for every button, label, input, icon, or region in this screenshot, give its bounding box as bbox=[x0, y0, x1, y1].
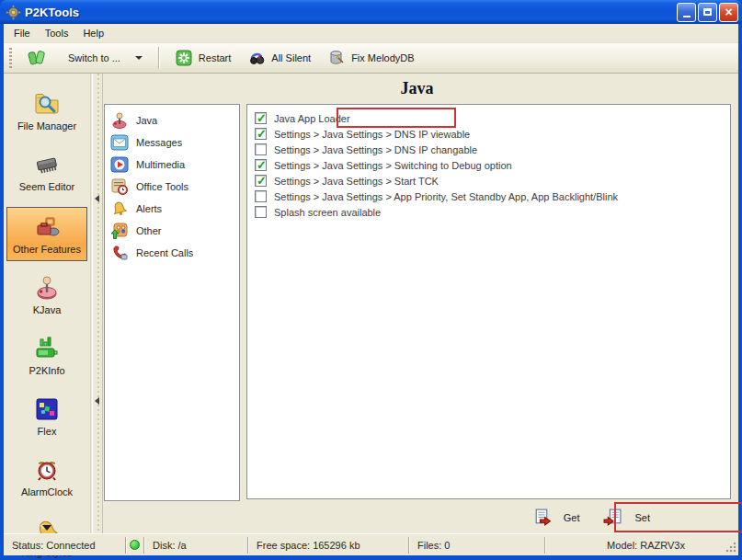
resize-grip[interactable] bbox=[725, 542, 736, 553]
category-label: Java bbox=[136, 115, 157, 126]
sidebar-item-seem-editor[interactable]: Seem Editor bbox=[16, 146, 79, 197]
get-button[interactable]: Get bbox=[532, 508, 580, 527]
folder-search-icon bbox=[33, 90, 61, 118]
option-row: Settings > Java Settings > DNS IP changa… bbox=[247, 142, 730, 157]
set-button[interactable]: Set bbox=[603, 508, 650, 527]
option-label: Splash screen available bbox=[274, 207, 381, 218]
app-icon bbox=[6, 5, 21, 20]
all-silent-button[interactable]: All Silent bbox=[239, 45, 319, 71]
maximize-button[interactable] bbox=[698, 3, 717, 22]
statusbar: Status: Connected Disk: /a Free space: 1… bbox=[4, 533, 738, 555]
titlebar[interactable]: P2KTools × bbox=[0, 0, 742, 24]
menu-file[interactable]: File bbox=[6, 26, 38, 40]
category-label: Alerts bbox=[136, 203, 162, 214]
option-row: Settings > Java Settings > Switching to … bbox=[247, 157, 730, 173]
category-label: Messages bbox=[136, 137, 182, 148]
option-label: Settings > Java Settings > Start TCK bbox=[274, 176, 439, 187]
checkbox[interactable] bbox=[255, 206, 267, 218]
toolbar-grip[interactable] bbox=[9, 48, 12, 68]
category-label: Multimedia bbox=[136, 159, 185, 170]
option-label: Settings > Java Settings > DNS IP changa… bbox=[274, 144, 477, 155]
sidebar-scroll-down-icon[interactable] bbox=[42, 525, 51, 531]
option-row: Java App Loader bbox=[247, 110, 730, 126]
sidebar-item-label: File Manager bbox=[17, 120, 76, 131]
sidebar-item-flex[interactable]: Flex bbox=[29, 391, 64, 441]
sidebar-item-label: Flex bbox=[38, 426, 57, 437]
option-row: Settings > Java Settings > App Priority,… bbox=[247, 189, 730, 204]
category-list: Java Messages Multimed bbox=[104, 104, 240, 501]
category-item-alerts[interactable]: Alerts bbox=[105, 198, 239, 220]
content-area: File Manager Seem Editor bbox=[4, 74, 738, 533]
set-icon bbox=[603, 508, 622, 527]
sidebar: File Manager Seem Editor bbox=[4, 74, 91, 533]
sidebar-item-kjava[interactable]: KJava bbox=[29, 269, 65, 320]
sidebar-item-other-features[interactable]: Other Features bbox=[6, 207, 87, 261]
status-model: Model: RAZRV3x bbox=[545, 537, 738, 554]
status-free-space: Free space: 165296 kb bbox=[248, 537, 409, 554]
right-area: Java Java bbox=[103, 74, 738, 533]
menubar: File Tools Help bbox=[4, 24, 738, 43]
checkbox[interactable] bbox=[255, 112, 267, 124]
window-title: P2KTools bbox=[25, 6, 79, 19]
flex-icon bbox=[33, 395, 61, 423]
chevron-down-icon[interactable] bbox=[135, 56, 143, 60]
sidebar-item-file-manager[interactable]: File Manager bbox=[14, 86, 80, 136]
close-button[interactable]: × bbox=[719, 3, 738, 22]
collapse-left-icon[interactable] bbox=[95, 397, 99, 405]
page-title: Java bbox=[103, 79, 731, 103]
notepad-clock-icon bbox=[110, 177, 129, 196]
switch-to-button[interactable]: Switch to ... bbox=[19, 45, 151, 71]
category-item-multimedia[interactable]: Multimedia bbox=[105, 154, 239, 176]
sidebar-item-label: Other Features bbox=[13, 244, 81, 255]
category-item-java[interactable]: Java bbox=[105, 109, 239, 131]
envelope-icon bbox=[110, 133, 129, 152]
status-files: Files: 0 bbox=[409, 537, 545, 554]
bell-icon bbox=[110, 200, 129, 218]
joystick-icon bbox=[33, 274, 61, 302]
category-item-other[interactable]: Other bbox=[105, 220, 239, 242]
joystick-icon bbox=[110, 111, 129, 130]
collapse-left-icon[interactable] bbox=[95, 195, 99, 202]
get-icon bbox=[532, 508, 552, 527]
fix-melodydb-button[interactable]: Fix MelodyDB bbox=[319, 45, 422, 71]
panel-splitter[interactable] bbox=[92, 74, 103, 533]
option-label: Java App Loader bbox=[274, 113, 350, 124]
connection-indicator-icon bbox=[130, 540, 140, 550]
toolbar-separator bbox=[158, 47, 159, 69]
category-item-recent-calls[interactable]: Recent Calls bbox=[105, 242, 239, 264]
restart-button[interactable]: Restart bbox=[166, 45, 239, 71]
get-label: Get bbox=[564, 512, 580, 523]
checkbox[interactable] bbox=[255, 128, 267, 140]
menu-help[interactable]: Help bbox=[75, 26, 111, 40]
play-icon bbox=[110, 155, 129, 174]
checkbox[interactable] bbox=[255, 159, 267, 171]
sidebar-item-p2kinfo[interactable]: P2KInfo bbox=[25, 330, 68, 381]
category-label: Office Tools bbox=[136, 181, 188, 192]
checkbox[interactable] bbox=[255, 175, 267, 187]
category-label: Recent Calls bbox=[136, 247, 193, 258]
option-label: Settings > Java Settings > App Priority,… bbox=[274, 191, 618, 202]
menu-tools[interactable]: Tools bbox=[38, 26, 76, 40]
options-panel: Java App Loader Settings > Java Settings… bbox=[246, 104, 731, 499]
minimize-button[interactable] bbox=[677, 3, 696, 22]
restart-label: Restart bbox=[199, 52, 231, 63]
toolbox-icon bbox=[33, 213, 61, 241]
switch-phones-icon bbox=[28, 49, 46, 67]
fix-melodydb-icon bbox=[327, 49, 346, 67]
sidebar-item-alarmclock[interactable]: AlarmClock bbox=[17, 451, 76, 502]
option-label: Settings > Java Settings > DNS IP viewab… bbox=[274, 129, 470, 140]
fix-melodydb-label: Fix MelodyDB bbox=[351, 52, 414, 63]
sidebar-item-label: KJava bbox=[33, 304, 62, 315]
status-disk: Disk: /a bbox=[144, 537, 248, 554]
checkbox[interactable] bbox=[255, 143, 267, 155]
category-item-office-tools[interactable]: Office Tools bbox=[105, 176, 239, 198]
all-silent-icon bbox=[247, 49, 266, 67]
category-item-messages[interactable]: Messages bbox=[105, 131, 239, 154]
checkbox[interactable] bbox=[255, 190, 267, 202]
alarm-clock-icon bbox=[33, 456, 61, 484]
action-strip: Get Set bbox=[103, 501, 731, 533]
battery-chart-icon bbox=[33, 335, 61, 362]
all-silent-label: All Silent bbox=[271, 52, 311, 63]
close-icon: × bbox=[725, 6, 732, 18]
option-row: Splash screen available bbox=[247, 204, 730, 220]
